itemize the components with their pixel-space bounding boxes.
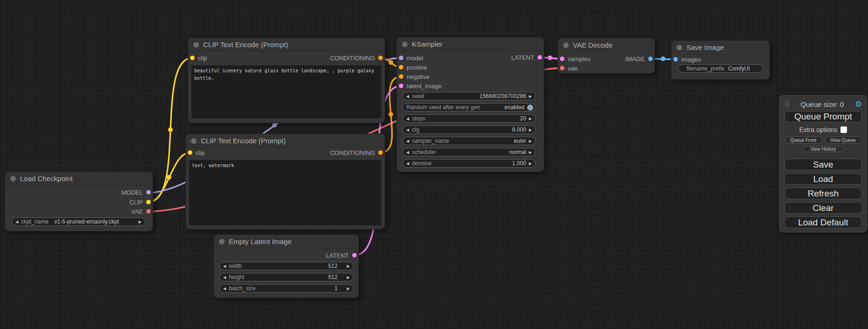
output-port-conditioning[interactable]: CONDITIONING [330,55,383,61]
port-dot[interactable] [560,56,565,61]
output-port-vae[interactable]: VAE [131,208,151,215]
collapse-dot[interactable] [563,42,569,48]
input-port-clip[interactable]: clip [188,149,205,156]
port-dot[interactable] [648,56,653,61]
node-clip-text-encode-positive[interactable]: CLIP Text Encode (Prompt) clip CONDITION… [188,38,385,123]
widget-value[interactable]: 1.000 [512,160,526,167]
decrement-arrow-icon[interactable]: ◀ [406,139,409,143]
graph-canvas[interactable]: { "colors":{ "model":"#b39ddb", "clip":"… [0,0,868,329]
input-port-clip[interactable]: clip [190,55,207,61]
port-dot[interactable] [378,56,383,60]
port-dot[interactable] [673,57,678,62]
increment-arrow-icon[interactable]: ▶ [529,139,532,143]
view-queue-button[interactable]: View Queue [825,136,862,144]
output-port-model[interactable]: MODEL [121,189,151,196]
queue-front-button[interactable]: Queue Front [784,136,822,144]
increment-arrow-icon[interactable]: ▶ [529,128,532,132]
increment-arrow-icon[interactable]: ▶ [529,150,532,154]
increment-arrow-icon[interactable]: ▶ [139,220,141,224]
input-port-model[interactable]: model [399,55,423,61]
output-port-latent[interactable]: LATENT [326,252,357,259]
input-port-positive[interactable]: positive [399,64,427,70]
widget-value[interactable]: 1 [334,285,338,292]
widget-value[interactable]: v1-5-pruned-emaonly.ckpt [54,218,119,225]
widget-scheduler[interactable]: ◀ scheduler normal ▶ [402,148,536,156]
widget-steps[interactable]: ◀ steps 20 ▶ [402,114,536,123]
port-dot[interactable] [190,56,195,60]
collapse-dot[interactable] [191,138,197,144]
port-dot[interactable] [188,150,192,155]
decrement-arrow-icon[interactable]: ◀ [406,150,409,154]
widget-value[interactable]: 8.000 [512,126,526,133]
node-save-image[interactable]: Save Image images filename_prefix ComfyU… [671,41,769,79]
increment-arrow-icon[interactable]: ▶ [529,161,532,166]
decrement-arrow-icon[interactable]: ◀ [223,275,226,280]
decrement-arrow-icon[interactable]: ◀ [406,94,409,98]
port-dot[interactable] [399,65,403,70]
port-dot[interactable] [399,84,403,88]
widget-seed[interactable]: ◀ seed 156680208700286 ▶ [402,92,536,100]
output-port-latent[interactable]: LATENT [511,54,542,61]
decrement-arrow-icon[interactable]: ◀ [223,287,226,291]
increment-arrow-icon[interactable]: ▶ [347,287,350,291]
input-port-negative[interactable]: negative [399,73,430,80]
widget-value[interactable]: 512 [328,274,338,280]
drag-handle-icon[interactable]: ⠿ [784,101,790,108]
widget-value[interactable]: normal [509,149,526,155]
widget-ckpt-name[interactable]: ◀ ckpt_name v1-5-pruned-emaonly.ckpt ▶ [12,217,145,226]
widget-value[interactable]: euler [514,138,526,144]
port-dot[interactable] [352,253,357,258]
queue-prompt-button[interactable]: Queue Prompt [784,111,862,122]
refresh-button[interactable]: Refresh [784,188,862,199]
clear-button[interactable]: Clear [784,202,862,214]
widget-cfg[interactable]: ◀ cfg 8.000 ▶ [402,126,536,134]
node-clip-text-encode-negative[interactable]: CLIP Text Encode (Prompt) clip CONDITION… [186,134,385,229]
output-port-clip[interactable]: CLIP [129,199,151,205]
save-button[interactable]: Save [784,159,862,170]
settings-gear-icon[interactable]: ⚙ [855,100,862,108]
output-port-image[interactable]: IMAGE [625,56,653,62]
view-history-button[interactable]: View History [803,146,843,152]
node-ksampler[interactable]: KSampler model positive negative latent_… [397,37,544,172]
load-button[interactable]: Load [784,173,862,185]
increment-arrow-icon[interactable]: ▶ [529,94,532,98]
widget-height[interactable]: ◀ height 512 ▶ [219,273,353,281]
input-port-images[interactable]: images [673,56,701,63]
prompt-textarea[interactable]: text, watermark [189,160,381,225]
port-dot[interactable] [146,190,151,195]
collapse-dot[interactable] [219,239,225,245]
node-load-checkpoint[interactable]: Load Checkpoint MODEL CLIP VAE ◀ ckpt_na… [5,172,153,231]
widget-width[interactable]: ◀ width 512 ▶ [219,262,353,270]
prompt-textarea[interactable]: beautiful scenery nature glass bottle la… [191,65,381,119]
decrement-arrow-icon[interactable]: ◀ [406,117,409,121]
widget-denoise[interactable]: ◀ denoise 1.000 ▶ [402,159,536,168]
decrement-arrow-icon[interactable]: ◀ [15,220,18,224]
port-dot[interactable] [378,150,383,155]
input-port-latent-image[interactable]: latent_image [399,83,441,89]
port-dot[interactable] [399,56,403,60]
collapse-dot[interactable] [10,176,16,182]
decrement-arrow-icon[interactable]: ◀ [406,128,409,132]
widget-value[interactable]: 512 [328,263,338,269]
increment-arrow-icon[interactable]: ▶ [347,264,350,268]
collapse-dot[interactable] [677,45,682,50]
widget-filename-prefix[interactable]: filename_prefix ComfyUI [678,64,763,73]
increment-arrow-icon[interactable]: ▶ [529,117,532,121]
collapse-dot[interactable] [193,42,199,48]
port-dot[interactable] [399,74,403,79]
widget-value[interactable]: ComfyUI [728,65,750,72]
input-port-vae[interactable]: vae [560,65,578,71]
load-default-button[interactable]: Load Default [784,217,862,228]
widget-value[interactable]: 156680208700286 [480,93,526,99]
node-vae-decode[interactable]: VAE Decode samples vae IMAGE [558,38,655,73]
output-port-conditioning[interactable]: CONDITIONING [330,149,383,156]
port-dot[interactable] [146,200,151,204]
widget-sampler-name[interactable]: ◀ sampler_name euler ▶ [402,137,536,145]
widget-batch-size[interactable]: ◀ batch_size 1 ▶ [219,284,353,293]
decrement-arrow-icon[interactable]: ◀ [406,161,409,166]
node-empty-latent-image[interactable]: Empty Latent Image LATENT ◀ width 512 ▶ … [214,235,359,298]
widget-value[interactable]: 20 [520,115,526,122]
port-dot[interactable] [560,66,565,70]
input-port-samples[interactable]: samples [560,56,590,62]
decrement-arrow-icon[interactable]: ◀ [223,264,226,268]
